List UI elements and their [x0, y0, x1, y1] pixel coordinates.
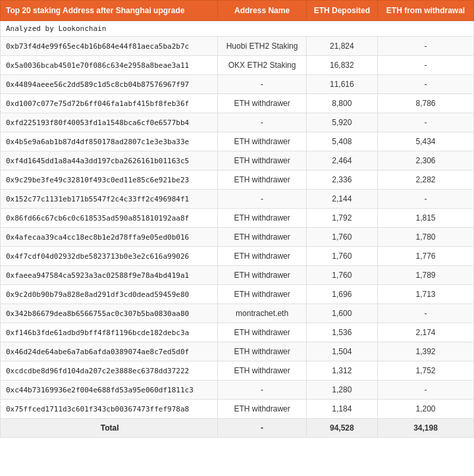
table-header-row: Top 20 staking Address after Shanghai up… — [1, 1, 474, 21]
table-row: 0xb73f4d4e99f65ec4b16b684e44f81aeca5ba2b… — [1, 37, 474, 56]
cell-deposited: 5,408 — [306, 132, 377, 151]
cell-withdrawal: - — [378, 37, 474, 56]
cell-withdrawal: - — [378, 75, 474, 94]
cell-name: - — [218, 381, 306, 400]
cell-address: 0xc44b73169936e2f004e688fd53a95e060df181… — [1, 381, 218, 400]
table-row: 0x75ffced1711d3c601f343cb00367473ffef978… — [1, 400, 474, 419]
cell-deposited: 1,696 — [306, 285, 377, 304]
cell-name: ETH withdrawer — [218, 228, 306, 247]
cell-deposited: 1,184 — [306, 400, 377, 419]
cell-deposited: 2,464 — [306, 151, 377, 171]
cell-deposited: 1,504 — [306, 342, 377, 361]
table-row: 0x46d24de64abe6a7ab6afda0389074ae8c7ed5d… — [1, 342, 474, 361]
cell-withdrawal: 8,786 — [378, 94, 474, 113]
cell-name: ETH withdrawer — [218, 266, 306, 285]
cell-withdrawal: 5,434 — [378, 132, 474, 151]
cell-address: 0xfd225193f80f40053fd1a1548bca6cf0e6577b… — [1, 113, 218, 132]
cell-name: - — [218, 75, 306, 94]
cell-withdrawal: 2,306 — [378, 151, 474, 171]
cell-address: 0x5a0036bcab4501e70f086c634e2958a8beae3a… — [1, 56, 218, 75]
cell-address: 0xb73f4d4e99f65ec4b16b684e44f81aeca5ba2b… — [1, 37, 218, 56]
cell-address: 0x152c77c1131eb171b5547f2c4c33ff2c496984… — [1, 190, 218, 209]
cell-address: 0x4b5e9a6ab1b87d4df850178ad2807c1e3e3ba3… — [1, 132, 218, 151]
cell-name: ETH withdrawer — [218, 342, 306, 361]
table-row: 0x44894aeee56c2dd589c1d5c8cb04b87576967f… — [1, 75, 474, 94]
table-row: 0xf4d1645dd1a8a44a3dd197cba2626161b01163… — [1, 151, 474, 171]
analyzed-by-text: Analyzed by Lookonchain — [1, 21, 474, 37]
cell-deposited: 8,800 — [306, 94, 377, 113]
total-label: Total — [1, 419, 218, 438]
cell-deposited: 1,312 — [306, 361, 377, 381]
cell-withdrawal: 1,392 — [378, 342, 474, 361]
table-row: 0xfd225193f80f40053fd1a1548bca6cf0e6577b… — [1, 113, 474, 132]
table-row: 0x4b5e9a6ab1b87d4df850178ad2807c1e3e3ba3… — [1, 132, 474, 151]
table-row: 0x9c2d0b90b79a828e8ad291df3cd0dead59459e… — [1, 285, 474, 304]
cell-name: ETH withdrawer — [218, 323, 306, 342]
cell-withdrawal: 1,752 — [378, 361, 474, 381]
cell-name: OKX ETH2 Staking — [218, 56, 306, 75]
cell-address: 0x44894aeee56c2dd589c1d5c8cb04b87576967f… — [1, 75, 218, 94]
cell-deposited: 1,536 — [306, 323, 377, 342]
header-address: Top 20 staking Address after Shanghai up… — [1, 1, 218, 21]
cell-withdrawal: - — [378, 381, 474, 400]
total-deposited: 94,528 — [306, 419, 377, 438]
total-name: - — [218, 419, 306, 438]
cell-name: ETH withdrawer — [218, 285, 306, 304]
analyzed-by-row: Analyzed by Lookonchain — [1, 21, 474, 37]
table-row: 0xc44b73169936e2f004e688fd53a95e060df181… — [1, 381, 474, 400]
cell-deposited: 1,280 — [306, 381, 377, 400]
table-row: 0xcdcdbe8d96fd104da207c2e3888ec6378dd372… — [1, 361, 474, 381]
cell-withdrawal: - — [378, 304, 474, 323]
cell-name: ETH withdrawer — [218, 151, 306, 171]
cell-address: 0x4afecaa39ca4cc18ec8b1e2d78ffa9e05ed0b0… — [1, 228, 218, 247]
total-withdrawal: 34,198 — [378, 419, 474, 438]
cell-address: 0x342b86679dea8b6566755ac0c307b5ba0830aa… — [1, 304, 218, 323]
staking-table: Top 20 staking Address after Shanghai up… — [0, 0, 474, 438]
cell-name: ETH withdrawer — [218, 94, 306, 113]
cell-address: 0x9c29be3fe49c32810f493c0ed11e85c6e921be… — [1, 171, 218, 190]
cell-withdrawal: 1,200 — [378, 400, 474, 419]
table-row: 0x86fd66c67cb6c0c618535ad590a851810192aa… — [1, 209, 474, 228]
table-row: 0x9c29be3fe49c32810f493c0ed11e85c6e921be… — [1, 171, 474, 190]
cell-deposited: 1,792 — [306, 209, 377, 228]
cell-name: ETH withdrawer — [218, 400, 306, 419]
cell-withdrawal: 1,713 — [378, 285, 474, 304]
cell-deposited: 16,832 — [306, 56, 377, 75]
header-withdrawal: ETH from withdrawal — [378, 1, 474, 21]
cell-deposited: 2,144 — [306, 190, 377, 209]
cell-withdrawal: 2,174 — [378, 323, 474, 342]
cell-withdrawal: 1,776 — [378, 247, 474, 266]
cell-withdrawal: 1,815 — [378, 209, 474, 228]
cell-withdrawal: 1,780 — [378, 228, 474, 247]
cell-deposited: 1,760 — [306, 228, 377, 247]
cell-address: 0x4f7cdf04d02932dbe5823713b0e3e2c616a990… — [1, 247, 218, 266]
cell-name: - — [218, 190, 306, 209]
cell-deposited: 11,616 — [306, 75, 377, 94]
cell-withdrawal: 1,789 — [378, 266, 474, 285]
cell-name: - — [218, 113, 306, 132]
cell-withdrawal: - — [378, 190, 474, 209]
table-row: 0xfaeea947584ca5923a3ac02588f9e78a4bd419… — [1, 266, 474, 285]
cell-deposited: 21,824 — [306, 37, 377, 56]
cell-withdrawal: 2,282 — [378, 171, 474, 190]
header-name: Address Name — [218, 1, 306, 21]
cell-deposited: 1,760 — [306, 266, 377, 285]
table-row: 0x5a0036bcab4501e70f086c634e2958a8beae3a… — [1, 56, 474, 75]
cell-deposited: 2,336 — [306, 171, 377, 190]
table-row: 0xf146b3fde61adbd9bff4f8f1196bcde182debc… — [1, 323, 474, 342]
cell-address: 0xf4d1645dd1a8a44a3dd197cba2626161b01163… — [1, 151, 218, 171]
cell-name: ETH withdrawer — [218, 132, 306, 151]
cell-address: 0x46d24de64abe6a7ab6afda0389074ae8c7ed5d… — [1, 342, 218, 361]
table-row: 0x342b86679dea8b6566755ac0c307b5ba0830aa… — [1, 304, 474, 323]
cell-name: ETH withdrawer — [218, 209, 306, 228]
cell-address: 0x86fd66c67cb6c0c618535ad590a851810192aa… — [1, 209, 218, 228]
cell-name: ETH withdrawer — [218, 171, 306, 190]
cell-deposited: 5,920 — [306, 113, 377, 132]
table-row: 0xd1007c077e75d72b6ff046fa1abf415bf8feb3… — [1, 94, 474, 113]
cell-address: 0x75ffced1711d3c601f343cb00367473ffef978… — [1, 400, 218, 419]
cell-address: 0xcdcdbe8d96fd104da207c2e3888ec6378dd372… — [1, 361, 218, 381]
cell-deposited: 1,600 — [306, 304, 377, 323]
cell-name: ETH withdrawer — [218, 361, 306, 381]
cell-address: 0xfaeea947584ca5923a3ac02588f9e78a4bd419… — [1, 266, 218, 285]
table-row: 0x4f7cdf04d02932dbe5823713b0e3e2c616a990… — [1, 247, 474, 266]
